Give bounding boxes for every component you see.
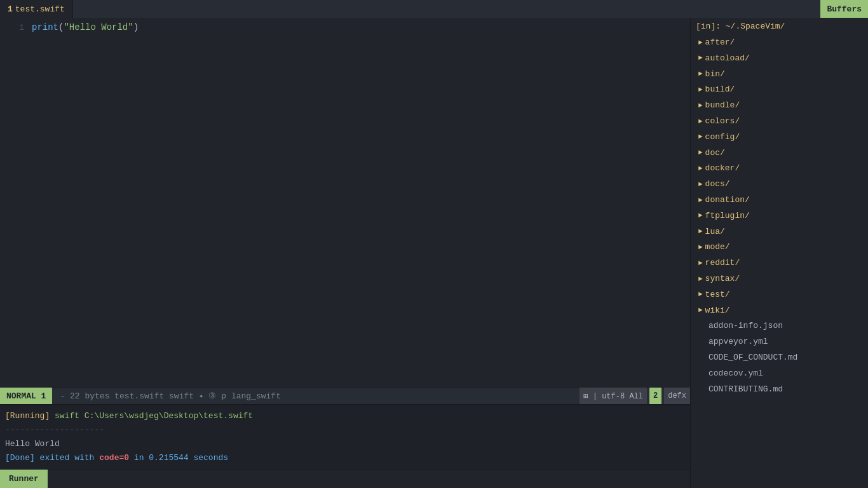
tree-folder-bundle[interactable]: ► bundle/ — [691, 98, 868, 114]
kw-string: "Hello World" — [64, 22, 133, 32]
tree-arrow-config: ► — [698, 132, 703, 143]
tree-file-label-contributing: CONTRIBUTING.md — [709, 383, 783, 396]
tree-folder-label-autoload: autoload/ — [705, 52, 750, 65]
tab-test-swift[interactable]: 1 test.swift — [0, 0, 73, 18]
tree-arrow-wiki: ► — [698, 305, 703, 316]
terminal-running-line: [Running] swift C:\Users\wsdjeg\Desktop\… — [5, 409, 685, 423]
tree-file-label-appveyor: appveyor.yml — [709, 336, 768, 349]
tree-file-label-codecov: codecov.yml — [709, 367, 763, 381]
tree-folder-label-bin: bin/ — [705, 68, 725, 81]
tree-arrow-ftplugin: ► — [698, 210, 703, 222]
terminal-hello-line: Hello World — [5, 437, 685, 451]
tree-folder-doc[interactable]: ► doc/ — [691, 146, 868, 161]
status-win-num: 2 — [649, 388, 661, 404]
tree-folder-lua[interactable]: ► lua/ — [691, 224, 868, 240]
tab-number: 1 — [8, 4, 13, 14]
tree-folder-after[interactable]: ► after/ — [691, 35, 868, 51]
terminal-pane: [Running] swift C:\Users\wsdjeg\Desktop\… — [0, 404, 690, 469]
terminal-done-prefix: [Done] exited with — [5, 453, 99, 463]
tree-folder-label-docs: docs/ — [705, 178, 730, 191]
tree-folder-label-mode: mode/ — [705, 241, 730, 254]
tree-file-label-addon-info: addon-info.json — [709, 320, 783, 333]
tree-folder-label-colors: colors/ — [705, 115, 740, 128]
status-right: ⊞ | utf-8 All 2 defx — [580, 388, 690, 404]
tree-folder-label-wiki: wiki/ — [705, 304, 730, 318]
code-line-1: 1 print("Hello World") — [0, 20, 690, 35]
tree-folder-ftplugin[interactable]: ► ftplugin/ — [691, 208, 868, 224]
terminal-done-code: code=0 — [99, 453, 129, 463]
terminal-separator: -------------------- — [5, 425, 104, 435]
terminal-cmd-text: swift C:\Users\wsdjeg\Desktop\test.swift — [55, 411, 253, 421]
tree-arrow-donation: ► — [698, 195, 703, 207]
tree-arrow-test: ► — [698, 289, 703, 301]
tree-folder-autoload[interactable]: ► autoload/ — [691, 51, 868, 67]
status-info: - 22 bytes test.swift swift ✦ ③ ⍴ lang_s… — [57, 391, 580, 401]
kw-close-paren: ) — [133, 22, 139, 32]
tree-arrow-bundle: ► — [698, 100, 703, 112]
kw-print: print — [32, 22, 58, 32]
tree-folder-build[interactable]: ► build/ — [691, 82, 868, 98]
terminal-done-suffix: in 0.215544 seconds — [129, 453, 228, 463]
tab-filename: test.swift — [15, 4, 65, 14]
tab-bar: 1 test.swift Buffers — [0, 0, 868, 18]
tree-folder-donation[interactable]: ► donation/ — [691, 193, 868, 208]
tree-arrow-bin: ► — [698, 69, 703, 80]
tree-folder-docs[interactable]: ► docs/ — [691, 177, 868, 193]
tree-folder-bin[interactable]: ► bin/ — [691, 67, 868, 83]
line-number-1: 1 — [5, 22, 24, 35]
tree-folder-wiki[interactable]: ► wiki/ — [691, 303, 868, 319]
tree-file-code-of-conduct[interactable]: CODE_OF_CONDUCT.md — [691, 350, 868, 366]
tree-folder-reddit[interactable]: ► reddit/ — [691, 255, 868, 271]
tree-arrow-reddit: ► — [698, 258, 703, 269]
tree-folder-label-ftplugin: ftplugin/ — [705, 210, 750, 223]
terminal-hello: Hello World — [5, 439, 60, 449]
tree-header: [in]: ~/.SpaceVim/ — [691, 20, 868, 35]
tree-file-contributing[interactable]: CONTRIBUTING.md — [691, 382, 868, 398]
tree-folder-label-bundle: bundle/ — [705, 99, 740, 112]
tree-file-addon-info[interactable]: addon-info.json — [691, 318, 868, 334]
tree-arrow-doc: ► — [698, 147, 703, 159]
tree-folder-label-test: test/ — [705, 288, 730, 302]
tree-arrow-colors: ► — [698, 116, 703, 128]
tree-folder-mode[interactable]: ► mode/ — [691, 240, 868, 255]
tree-folder-docker[interactable]: ► docker/ — [691, 161, 868, 177]
tree-folder-colors[interactable]: ► colors/ — [691, 114, 868, 130]
status-win-encoding: ⊞ | utf-8 All — [580, 388, 647, 404]
tree-arrow-docs: ► — [698, 179, 703, 191]
tree-folder-label-lua: lua/ — [705, 226, 725, 239]
tree-arrow-docker: ► — [698, 163, 703, 175]
tree-folder-label-after: after/ — [705, 36, 735, 50]
tree-folder-syntax[interactable]: ► syntax/ — [691, 271, 868, 287]
terminal-running-label: [Running] — [5, 411, 50, 421]
tree-arrow-build: ► — [698, 85, 703, 96]
tree-file-appveyor[interactable]: appveyor.yml — [691, 334, 868, 350]
tree-arrow-lua: ► — [698, 226, 703, 238]
tree-file-label-code-of-conduct: CODE_OF_CONDUCT.md — [709, 351, 797, 365]
runner-tab[interactable]: Runner — [0, 470, 48, 489]
tree-file-codecov[interactable]: codecov.yml — [691, 366, 868, 382]
status-bar: NORMAL 1 - 22 bytes test.swift swift ✦ ③… — [0, 388, 690, 404]
terminal-done-line: [Done] exited with code=0 in 0.215544 se… — [5, 451, 685, 465]
code-content-1: print("Hello World") — [32, 20, 139, 34]
code-area: 1 print("Hello World") — [0, 18, 690, 388]
file-tree: [in]: ~/.SpaceVim/ ► after/ ► autoload/ … — [690, 18, 868, 488]
tree-arrow-autoload: ► — [698, 53, 703, 64]
tree-folder-label-syntax: syntax/ — [705, 273, 740, 286]
tree-folder-label-reddit: reddit/ — [705, 257, 740, 270]
tree-folder-label-doc: doc/ — [705, 147, 725, 160]
tree-folder-label-docker: docker/ — [705, 162, 740, 175]
tree-folder-config[interactable]: ► config/ — [691, 130, 868, 146]
status-mode: NORMAL 1 — [0, 388, 52, 404]
terminal-separator-line: -------------------- — [5, 423, 685, 437]
editor-pane: 1 print("Hello World") NORMAL 1 - 22 byt… — [0, 18, 690, 488]
main-area: 1 print("Hello World") NORMAL 1 - 22 byt… — [0, 18, 868, 488]
buffers-label: Buffers — [820, 0, 868, 18]
tree-folder-label-config: config/ — [705, 131, 740, 144]
tree-arrow-syntax: ► — [698, 274, 703, 285]
bottom-bar: Runner — [0, 469, 690, 488]
tree-arrow-after: ► — [698, 37, 703, 49]
tree-folder-label-build: build/ — [705, 83, 735, 97]
tree-folder-test[interactable]: ► test/ — [691, 287, 868, 303]
status-win-label: defx — [664, 388, 690, 404]
tree-arrow-mode: ► — [698, 242, 703, 254]
